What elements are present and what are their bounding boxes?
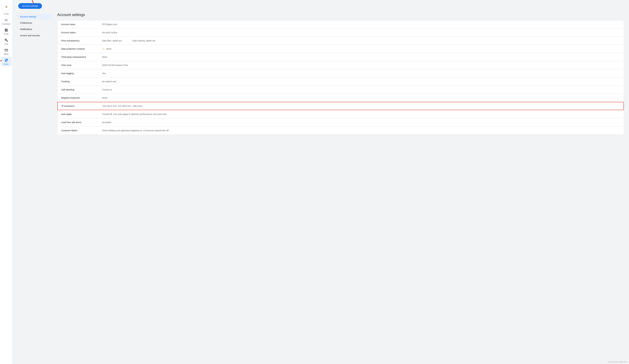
billing-icon bbox=[4, 48, 8, 52]
row-account-status: Account status Account: Active bbox=[57, 28, 624, 37]
row-lead-form: Lead form ads terms Accepted bbox=[57, 118, 624, 126]
plus-icon bbox=[4, 5, 8, 9]
value-lead-form: Accepted bbox=[102, 121, 620, 124]
create-label: Create bbox=[3, 13, 9, 15]
label-third-party: Third-party measurement bbox=[61, 56, 102, 58]
row-account-name: Account name PPCdigest.com bbox=[57, 20, 624, 28]
label-time-zone: Time zone bbox=[61, 64, 102, 66]
row-auto-apply: Auto-apply Turned off. Use auto-apply to… bbox=[57, 110, 624, 118]
sidebar-item-billing[interactable]: Billing bbox=[1, 47, 12, 56]
billing-label: Billing bbox=[4, 53, 8, 55]
admin-label: Admin bbox=[4, 63, 9, 65]
label-ip-exclusions: IP exclusions bbox=[61, 105, 102, 107]
sidebar-item-admin[interactable]: Admin bbox=[1, 57, 12, 66]
label-account-status: Account status bbox=[61, 31, 102, 34]
label-auto-tagging: Auto-tagging bbox=[61, 72, 102, 75]
campaigns-icon bbox=[4, 18, 8, 22]
subnav-access-security[interactable]: Access and security bbox=[18, 33, 52, 38]
tools-icon bbox=[4, 38, 8, 42]
sidebar: Create Campaigns Goals bbox=[0, 0, 12, 364]
sidebar-item-tools[interactable]: Tools bbox=[1, 37, 12, 46]
warning-icon: ⚠ bbox=[102, 47, 105, 50]
value-tracking: No options set bbox=[102, 80, 620, 83]
value-time-zone: (GMT-05:00) Eastern Time bbox=[102, 64, 620, 66]
label-tracking: Tracking bbox=[61, 80, 102, 83]
row-third-party: Third-party measurement None bbox=[57, 53, 624, 61]
main-content: Account settings Account settings Prefer… bbox=[12, 0, 629, 364]
subnav-notifications[interactable]: Notifications bbox=[18, 26, 52, 32]
watermark: Screenshot by xnapper.com bbox=[608, 361, 627, 363]
row-negative-keywords: Negative keywords None bbox=[57, 94, 624, 102]
row-call-reporting: Call reporting Turned on bbox=[57, 86, 624, 94]
value-account-status: Account: Active bbox=[102, 31, 620, 34]
settings-table: Account name PPCdigest.com Account statu… bbox=[57, 20, 624, 135]
value-negative-keywords: None bbox=[102, 96, 620, 99]
content-area: Account settings Preferences Notificatio… bbox=[12, 9, 629, 364]
subnav-account-settings[interactable]: Account settings bbox=[18, 14, 52, 19]
value-account-name: PPCdigest.com bbox=[102, 23, 620, 26]
admin-arrow bbox=[0, 58, 2, 64]
value-customer-match: Smart bidding and optimized targeting on… bbox=[102, 129, 620, 132]
label-price-transparency: Price transparency bbox=[61, 39, 102, 42]
value-auto-tagging: Yes bbox=[102, 72, 620, 75]
row-auto-tagging: Auto-tagging Yes bbox=[57, 69, 624, 78]
tools-label: Tools bbox=[4, 43, 8, 45]
value-ip-exclusions: 102.165.5.218, 102.165.5.53 + 386 more bbox=[102, 105, 620, 107]
goals-label: Goals bbox=[4, 33, 8, 35]
row-tracking: Tracking No options set bbox=[57, 78, 624, 86]
row-price-transparency: Price transparency Data files: opted out… bbox=[57, 37, 624, 45]
label-data-protection: Data protection contacts bbox=[61, 48, 102, 50]
row-customer-match: Customer Match Smart bidding and optimiz… bbox=[57, 126, 624, 135]
settings-panel: Account settings Account name PPCdigest.… bbox=[57, 12, 624, 360]
create-button[interactable] bbox=[2, 2, 11, 11]
value-auto-apply: Turned off. Use auto-apply to optimize p… bbox=[102, 113, 620, 115]
page-title: Account settings bbox=[57, 12, 624, 17]
sub-nav: Account settings Preferences Notificatio… bbox=[18, 12, 52, 360]
top-section: Account settings bbox=[12, 0, 629, 9]
label-customer-match: Customer Match bbox=[61, 129, 102, 132]
sidebar-item-campaigns[interactable]: Campaigns bbox=[1, 17, 12, 26]
label-account-name: Account name bbox=[61, 23, 102, 26]
sidebar-item-goals[interactable]: Goals bbox=[1, 27, 12, 36]
value-call-reporting: Turned on bbox=[102, 89, 620, 91]
row-time-zone: Time zone (GMT-05:00) Eastern Time bbox=[57, 61, 624, 69]
row-data-protection: Data protection contacts ⚠ None bbox=[57, 45, 624, 53]
value-third-party: None bbox=[102, 56, 620, 58]
button-arrow bbox=[28, 0, 40, 5]
campaigns-label: Campaigns bbox=[2, 23, 11, 25]
goals-icon bbox=[4, 28, 8, 32]
subnav-preferences[interactable]: Preferences bbox=[18, 20, 52, 26]
create-button-wrap[interactable]: Create bbox=[2, 2, 11, 15]
value-data-protection: ⚠ None bbox=[102, 47, 620, 50]
label-call-reporting: Call reporting bbox=[61, 89, 102, 91]
label-lead-form: Lead form ads terms bbox=[61, 121, 102, 124]
label-negative-keywords: Negative keywords bbox=[61, 96, 102, 99]
admin-icon bbox=[4, 58, 8, 63]
label-auto-apply: Auto-apply bbox=[61, 113, 102, 115]
row-ip-exclusions: IP exclusions 102.165.5.218, 102.165.5.5… bbox=[57, 102, 624, 110]
value-price-transparency: Data files: opted out Data sharing: opte… bbox=[102, 39, 620, 42]
nav-btn-area: Account settings bbox=[18, 3, 42, 9]
